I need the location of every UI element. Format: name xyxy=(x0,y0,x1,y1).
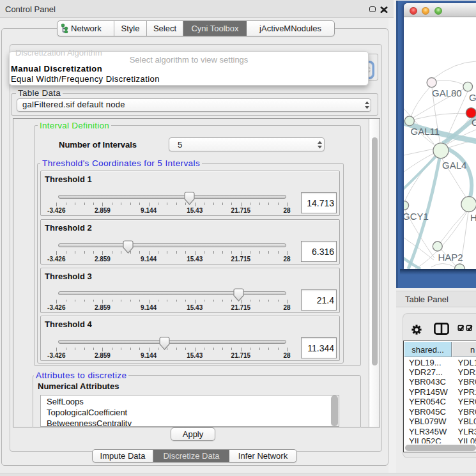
svg-text:GAL11: GAL11 xyxy=(411,126,440,137)
svg-text:GAL4: GAL4 xyxy=(442,160,466,171)
svg-text:G: G xyxy=(469,92,476,103)
svg-text:H: H xyxy=(470,212,476,223)
svg-text:HAP2: HAP2 xyxy=(438,252,463,263)
svg-text:GCY1: GCY1 xyxy=(404,211,429,222)
svg-text:C: C xyxy=(472,117,476,128)
svg-text:GAL80: GAL80 xyxy=(432,88,462,98)
